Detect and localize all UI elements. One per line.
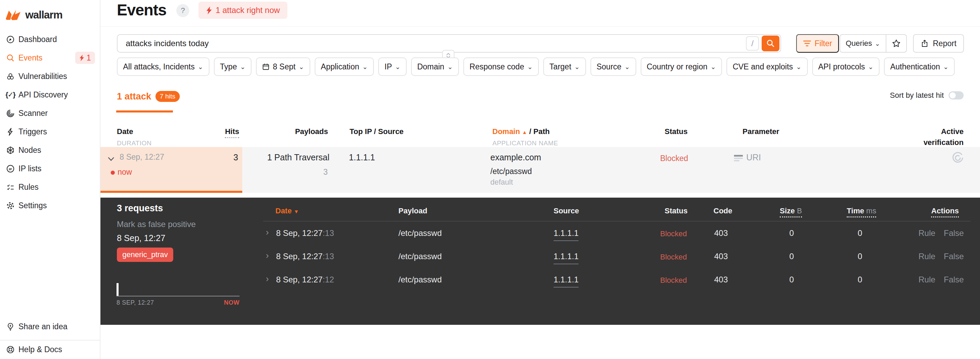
dcol-time-sortable[interactable]: Time ms: [847, 206, 876, 215]
attack-row-date-cell: 8 Sep, 12:27 now 3: [100, 147, 242, 193]
export-icon: [921, 39, 929, 48]
report-button[interactable]: Report: [913, 34, 964, 53]
chevron-down-icon: ⌄: [198, 64, 203, 70]
sidebar-item-label: Help & Docs: [19, 345, 62, 354]
sidebar-item-ip-lists[interactable]: IP IP lists: [0, 160, 100, 178]
col-domain-path-sorted[interactable]: Domain ▲ / Path: [492, 127, 550, 136]
help-icon[interactable]: ?: [176, 4, 189, 17]
requests-title: 3 requests: [117, 203, 163, 214]
request-source-link[interactable]: 1.1.1.1: [554, 275, 579, 287]
sidebar-item-label: Settings: [19, 201, 47, 210]
chip-all-attacks-incidents[interactable]: All attacks, Incidents⌄: [117, 57, 210, 76]
dcol-status: Status: [665, 206, 687, 215]
active-verification-spinner-icon[interactable]: [952, 152, 964, 166]
brand-logo[interactable]: wallarm: [6, 9, 62, 21]
attack-application: default: [490, 178, 513, 187]
sidebar-item-api-discovery[interactable]: {✓} API Discovery: [0, 86, 100, 104]
attack-top-ip[interactable]: 1.1.1.1: [349, 153, 375, 163]
chip-label: API protocols: [818, 62, 865, 72]
request-action-false[interactable]: False: [944, 252, 964, 261]
chip-type[interactable]: Type⌄: [214, 57, 252, 76]
sidebar-item-rules[interactable]: Rules: [0, 178, 100, 196]
dcol-actions-sortable[interactable]: Actions: [921, 206, 959, 215]
sidebar: wallarm Dashboard Events 1 Vulnerabiliti…: [0, 0, 100, 359]
sidebar-item-scanner[interactable]: Scanner: [0, 104, 100, 123]
row-expand-chevron[interactable]: [107, 154, 115, 163]
chevron-down-icon: ⌄: [447, 64, 453, 70]
sort-toggle[interactable]: [948, 91, 964, 99]
chip-authentication[interactable]: Authentication⌄: [884, 57, 955, 76]
request-action-rule[interactable]: Rule: [918, 252, 935, 261]
attack-payload-count: 3: [264, 168, 328, 177]
chip-response-code[interactable]: Response code⌄: [463, 57, 539, 76]
chip-country[interactable]: Country or region⌄: [641, 57, 722, 76]
sidebar-item-help-docs[interactable]: Help & Docs: [0, 340, 100, 358]
request-date: 8 Sep, 12:27:13: [276, 228, 334, 238]
tab-attacks[interactable]: 1 attack 7 hits: [117, 91, 180, 102]
sort-control: Sort by latest hit: [883, 91, 964, 100]
chip-label: Response code: [469, 62, 524, 72]
node-cube-icon: [6, 146, 15, 155]
dcol-payload: Payload: [398, 206, 427, 215]
col-active-verification-2: verification: [886, 138, 964, 147]
sidebar-item-label: Vulnerabilities: [19, 72, 67, 81]
filter-button[interactable]: Filter: [796, 34, 839, 53]
request-code: 403: [714, 275, 728, 284]
attack-row[interactable]: 8 Sep, 12:27 now 3 1 Path Traversal 3 1.…: [100, 147, 980, 193]
request-source-link[interactable]: 1.1.1.1: [554, 228, 579, 241]
chip-cve[interactable]: CVE and exploits⌄: [727, 57, 807, 76]
request-action-false[interactable]: False: [944, 275, 964, 284]
request-row[interactable]: › 8 Sep, 12:27:13 /etc/passwd 1.1.1.1 Bl…: [100, 227, 980, 250]
gear-icon: [6, 201, 15, 210]
rules-checklist-icon: [6, 183, 15, 191]
search-button[interactable]: [762, 35, 780, 51]
events-badge-count: 1: [86, 53, 91, 62]
col-hits-sortable[interactable]: Hits: [205, 127, 239, 136]
brand-name: wallarm: [25, 9, 62, 21]
row-chevron-icon[interactable]: ›: [266, 250, 269, 261]
favorite-query-button[interactable]: [886, 35, 906, 52]
chip-application[interactable]: Application⌄: [315, 57, 374, 76]
sidebar-item-triggers[interactable]: Triggers: [0, 123, 100, 141]
sidebar-item-events[interactable]: Events 1: [0, 49, 100, 67]
chip-date[interactable]: 8 Sept⌄: [256, 57, 310, 76]
bolt-icon: [206, 6, 212, 14]
request-row[interactable]: › 8 Sep, 12:27:12 /etc/passwd 1.1.1.1 Bl…: [100, 273, 980, 296]
scanner-icon: [6, 109, 15, 118]
chip-label: Country or region: [647, 62, 708, 72]
chevron-down-icon: ⌄: [796, 64, 802, 70]
search-events-icon: [6, 53, 15, 62]
attack-domain[interactable]: example.com: [490, 153, 541, 163]
attack-table-header: Date DURATION Hits Payloads Top IP / Sou…: [100, 127, 980, 146]
request-source-link[interactable]: 1.1.1.1: [554, 252, 579, 264]
chevron-down-icon: ⌄: [625, 64, 630, 70]
request-action-rule[interactable]: Rule: [918, 275, 935, 284]
chip-ip[interactable]: IP⌄: [378, 57, 407, 76]
sidebar-item-settings[interactable]: Settings: [0, 196, 100, 215]
sidebar-item-nodes[interactable]: Nodes: [0, 141, 100, 160]
queries-label: Queries: [846, 39, 872, 48]
dcol-size-sortable[interactable]: Size B: [780, 206, 802, 215]
search-input[interactable]: [118, 38, 746, 48]
dcol-date-sorted[interactable]: Date ▼: [275, 206, 299, 215]
chip-api-protocols[interactable]: API protocols⌄: [812, 57, 880, 76]
sidebar-item-share-idea[interactable]: Share an idea: [0, 317, 100, 336]
request-row[interactable]: › 8 Sep, 12:27:13 /etc/passwd 1.1.1.1 Bl…: [100, 250, 980, 273]
request-action-false[interactable]: False: [944, 228, 964, 238]
chevron-down-icon: ⌄: [875, 40, 880, 47]
biohazard-icon: [6, 72, 15, 81]
sidebar-nav: Dashboard Events 1 Vulnerabilities {✓} A…: [0, 30, 100, 215]
chip-target[interactable]: Target⌄: [543, 57, 586, 76]
row-chevron-icon[interactable]: ›: [266, 273, 269, 284]
sidebar-item-dashboard[interactable]: Dashboard: [0, 30, 100, 49]
queries-dropdown[interactable]: Queries ⌄: [840, 35, 886, 52]
sidebar-item-vulnerabilities[interactable]: Vulnerabilities: [0, 67, 100, 86]
chip-source[interactable]: Source⌄: [590, 57, 636, 76]
sort-label: Sort by latest hit: [890, 91, 944, 100]
attack-alert-badge[interactable]: 1 attack right now: [199, 2, 287, 19]
chip-domain[interactable]: Domain⌄: [411, 57, 459, 76]
row-chevron-icon[interactable]: ›: [266, 227, 269, 238]
chevron-down-icon: ⌄: [240, 64, 245, 70]
search-icon: [766, 39, 775, 48]
request-action-rule[interactable]: Rule: [918, 228, 935, 238]
